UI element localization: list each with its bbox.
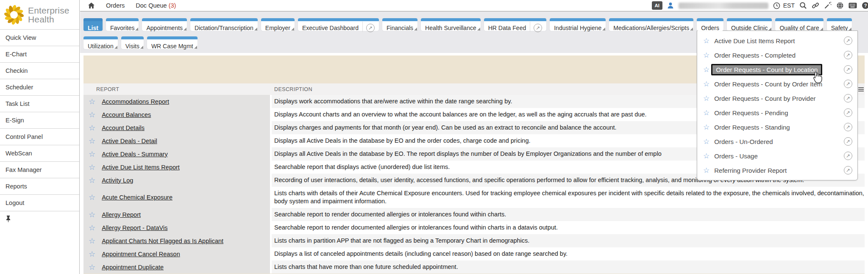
favorite-star-icon[interactable]: ☆ — [89, 224, 95, 232]
tab-external-link[interactable]: ↗ — [362, 22, 375, 32]
favorite-star-icon[interactable]: ☆ — [89, 163, 95, 171]
favorite-star-icon[interactable]: ☆ — [703, 66, 709, 73]
menu-item-order-requests-pending[interactable]: ☆Order Requests - Pending↗ — [697, 105, 857, 120]
tab-orders[interactable]: Orders — [697, 18, 723, 31]
sidebar-item-e-sign[interactable]: E-Sign — [0, 112, 79, 128]
breadcrumb-doc-queue[interactable]: Doc Queue (3) — [136, 2, 176, 9]
link-icon[interactable] — [812, 2, 819, 9]
tab-favorites[interactable]: Favorites — [106, 18, 139, 31]
home-icon[interactable] — [88, 3, 95, 9]
sidebar-item-webscan[interactable]: WebScan — [0, 145, 79, 161]
sidebar-item-checkin[interactable]: Checkin — [0, 62, 79, 79]
menu-item-order-requests-count-by-order-item[interactable]: ☆Order Requests - Count by Order Item↗ — [697, 77, 857, 91]
sidebar-item-scheduler[interactable]: Scheduler — [0, 79, 79, 95]
favorite-star-icon[interactable]: ☆ — [703, 37, 709, 44]
menu-item-orders-un-ordered[interactable]: ☆Orders - Un-Ordered↗ — [697, 134, 857, 149]
tab-medications-allergies-scripts[interactable]: Medications/Allergies/Scripts — [609, 18, 693, 31]
keyboard-icon[interactable] — [849, 3, 857, 8]
favorite-star-icon[interactable]: ☆ — [89, 237, 95, 245]
external-link-icon[interactable]: ↗ — [844, 80, 852, 88]
external-link-icon[interactable]: ↗ — [844, 94, 852, 102]
external-link-icon[interactable]: ↗ — [844, 123, 852, 131]
favorite-star-icon[interactable]: ☆ — [89, 194, 95, 201]
sidebar-item-fax-manager[interactable]: Fax Manager — [0, 161, 79, 178]
menu-item-active-due-list-items-report[interactable]: ☆Active Due List Items Report↗ — [697, 33, 857, 48]
report-link[interactable]: Appointment Cancel Reason — [102, 251, 180, 257]
tab-outside-clinic[interactable]: Outside Clinic — [727, 18, 772, 31]
favorite-star-icon[interactable]: ☆ — [703, 167, 709, 174]
tab-list[interactable]: List — [83, 18, 103, 31]
external-link-icon[interactable]: ↗ — [844, 152, 852, 160]
sidebar-item-task-list[interactable]: Task List — [0, 95, 79, 112]
globe-icon[interactable] — [836, 2, 844, 9]
favorite-star-icon[interactable]: ☆ — [89, 137, 95, 145]
favorite-star-icon[interactable]: ☆ — [89, 211, 95, 219]
report-link[interactable]: Account Balances — [102, 111, 151, 118]
tab-hr-data-feed[interactable]: HR Data Feed↗ — [484, 18, 546, 31]
favorite-star-icon[interactable]: ☆ — [703, 109, 709, 116]
tab-visits[interactable]: Visits — [121, 36, 144, 49]
menu-item-order-requests-count-by-provider[interactable]: ☆Order Requests - Count by Provider↗ — [697, 91, 857, 105]
menu-item-order-requests-completed[interactable]: ☆Order Requests - Completed↗ — [697, 48, 857, 62]
favorite-star-icon[interactable]: ☆ — [703, 124, 709, 131]
external-link-icon[interactable]: ↗ — [844, 166, 852, 174]
tab-financials[interactable]: Financials — [382, 18, 417, 31]
favorite-star-icon[interactable]: ☆ — [703, 152, 709, 160]
menu-item-order-requests-standing[interactable]: ☆Order Requests - Standing↗ — [697, 120, 857, 134]
report-link[interactable]: Accommodations Report — [102, 98, 169, 105]
report-link[interactable]: Acute Chemical Exposure — [102, 194, 172, 201]
external-link-icon[interactable]: ↗ — [844, 108, 852, 117]
sidebar-item-quick-view[interactable]: Quick View — [0, 29, 79, 46]
report-link[interactable]: Activity Log — [102, 177, 133, 184]
favorite-star-icon[interactable]: ☆ — [89, 124, 95, 132]
tab-external-link[interactable]: ↗ — [530, 22, 542, 32]
external-link-icon[interactable]: ↗ — [844, 137, 852, 146]
sidebar-item-reports[interactable]: Reports — [0, 178, 79, 194]
tab-executive-dashboard[interactable]: Executive Dashboard↗ — [298, 18, 379, 31]
report-link[interactable]: Active Due List Items Report — [102, 164, 180, 171]
favorite-star-icon[interactable]: ☆ — [703, 52, 709, 59]
report-link[interactable]: Account Details — [102, 125, 145, 131]
favorite-star-icon[interactable]: ☆ — [89, 263, 95, 271]
magic-wand-icon[interactable] — [824, 2, 832, 9]
sidebar-item-logout[interactable]: Logout — [0, 194, 79, 211]
menu-item-order-requests-count-by-location[interactable]: ☆Order Requests - Count by Location↗ — [697, 62, 857, 77]
favorite-star-icon[interactable]: ☆ — [703, 80, 709, 88]
tab-quality-of-care[interactable]: Quality of Care — [775, 18, 823, 31]
report-link[interactable]: Active Deals - Detail — [102, 138, 157, 144]
report-link[interactable]: Allergy Report - DataVis — [102, 224, 167, 231]
favorite-star-icon[interactable]: ☆ — [89, 111, 95, 119]
tab-appointments[interactable]: Appointments — [142, 18, 187, 31]
search-icon[interactable] — [799, 2, 807, 9]
favorite-star-icon[interactable]: ☆ — [89, 250, 95, 258]
report-link[interactable]: Allergy Report — [102, 211, 141, 218]
report-link[interactable]: Active Deals - Summary — [102, 151, 168, 158]
menu-item-referring-provider-report[interactable]: ☆Referring Provider Report↗ — [697, 163, 857, 177]
sidebar-item-e-chart[interactable]: E-Chart — [0, 46, 79, 62]
tab-employer[interactable]: Employer — [261, 18, 295, 31]
external-link-icon[interactable]: ↗ — [844, 36, 852, 45]
external-link-icon[interactable]: ↗ — [844, 51, 852, 59]
tab-dictation-transcription[interactable]: Dictation/Transcription — [190, 18, 258, 31]
report-link[interactable]: Applicant Charts Not Flagged as Is Appli… — [102, 238, 223, 244]
favorite-star-icon[interactable]: ☆ — [89, 98, 95, 105]
sidebar-item-control-panel[interactable]: Control Panel — [0, 128, 79, 145]
tab-industrial-hygiene[interactable]: Industrial Hygiene — [550, 18, 606, 31]
tab-safety[interactable]: Safety — [827, 18, 852, 31]
tab-wr-case-mgmt[interactable]: WR Case Mgmt — [147, 36, 198, 49]
favorite-star-icon[interactable]: ☆ — [703, 138, 709, 145]
tab-utilization[interactable]: Utilization — [83, 36, 118, 49]
breadcrumb-orders[interactable]: Orders — [106, 2, 125, 9]
favorite-star-icon[interactable]: ☆ — [703, 95, 709, 102]
tab-health-surveillance[interactable]: Health Surveillance — [421, 18, 481, 31]
menu-item-orders-usage[interactable]: ☆Orders - Usage↗ — [697, 149, 857, 163]
external-link-icon[interactable]: ↗ — [844, 65, 852, 74]
report-link[interactable]: Appointment Duplicate — [102, 264, 164, 271]
favorite-star-icon[interactable]: ☆ — [89, 177, 95, 184]
table-menu-icon[interactable] — [858, 86, 864, 92]
user-avatar-icon[interactable] — [667, 2, 674, 9]
help-icon[interactable]: ? — [862, 2, 868, 9]
ai-badge[interactable]: AI — [652, 1, 662, 10]
favorite-star-icon[interactable]: ☆ — [89, 150, 95, 158]
sidebar-pin-toggle[interactable] — [0, 211, 79, 226]
